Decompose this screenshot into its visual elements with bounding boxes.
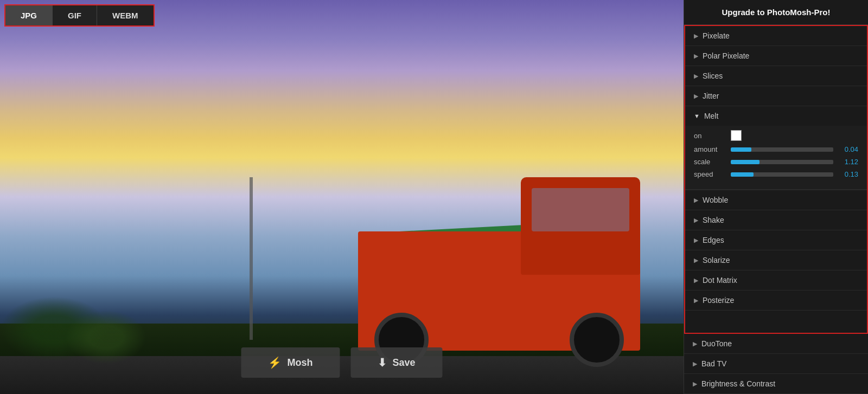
effect-shake-header[interactable]: ▶ Shake [685, 210, 867, 230]
edges-label: Edges [703, 236, 724, 244]
effect-solarize-header[interactable]: ▶ Solarize [685, 250, 867, 270]
effect-edges: ▶ Edges [685, 230, 867, 250]
posterize-arrow-icon: ▶ [694, 297, 698, 304]
effect-polar-pixelate-header[interactable]: ▶ Polar Pixelate [685, 46, 867, 66]
wobble-label: Wobble [703, 196, 728, 204]
polar-pixelate-arrow-icon: ▶ [694, 53, 698, 60]
effect-edges-header[interactable]: ▶ Edges [685, 230, 867, 250]
melt-amount-track[interactable] [731, 147, 833, 152]
effect-polar-pixelate: ▶ Polar Pixelate [685, 46, 867, 66]
melt-scale-fill [731, 160, 760, 164]
mosh-icon: ⚡ [268, 356, 282, 369]
melt-speed-row: speed 0.13 [694, 170, 858, 178]
duotone-label: DuoTone [701, 339, 732, 348]
effect-pixelate-header[interactable]: ▶ Pixelate [685, 26, 867, 46]
effect-slices-header[interactable]: ▶ Slices [685, 66, 867, 86]
effect-jitter: ▶ Jitter [685, 86, 867, 106]
format-jpg-button[interactable]: JPG [5, 5, 53, 25]
effect-melt: ▼ Melt on amount 0.04 [685, 106, 867, 190]
melt-amount-fill [731, 147, 751, 152]
jitter-arrow-icon: ▶ [694, 93, 698, 100]
pixelate-arrow-icon: ▶ [694, 33, 698, 40]
melt-amount-label: amount [694, 145, 726, 153]
jitter-label: Jitter [703, 92, 719, 100]
solarize-label: Solarize [703, 256, 730, 264]
effect-melt-header[interactable]: ▼ Melt [685, 106, 867, 126]
wobble-arrow-icon: ▶ [694, 197, 698, 204]
effect-solarize: ▶ Solarize [685, 250, 867, 270]
save-button[interactable]: ⬇ Save [350, 347, 442, 378]
truck-cab [521, 177, 640, 275]
format-bar: JPG GIF WEBM [4, 4, 155, 27]
action-bar: ⚡ Mosh ⬇ Save [241, 347, 442, 378]
polar-pixelate-label: Polar Pixelate [703, 51, 749, 60]
truck [358, 177, 640, 351]
shake-label: Shake [703, 216, 724, 224]
melt-amount-value: 0.04 [838, 145, 858, 153]
effect-slices: ▶ Slices [685, 66, 867, 86]
slices-label: Slices [703, 72, 723, 80]
melt-label: Melt [704, 112, 718, 120]
effect-brightness-contrast: ▶ Brightness & Contrast [684, 374, 868, 394]
slices-arrow-icon: ▶ [694, 73, 698, 80]
melt-on-toggle[interactable] [731, 130, 742, 141]
shake-arrow-icon: ▶ [694, 217, 698, 224]
effect-jitter-header[interactable]: ▶ Jitter [685, 86, 867, 106]
format-gif-button[interactable]: GIF [53, 5, 97, 25]
mosh-button[interactable]: ⚡ Mosh [241, 347, 340, 378]
effect-dot-matrix: ▶ Dot Matrix [685, 270, 867, 290]
truck-wheel-right [570, 313, 624, 367]
bad-tv-label: Bad TV [701, 359, 726, 368]
effects-list: ▶ Pixelate ▶ Polar Pixelate ▶ Slices ▶ J… [684, 25, 868, 334]
posterize-label: Posterize [703, 296, 734, 305]
dot-matrix-label: Dot Matrix [703, 276, 737, 285]
effect-posterize: ▶ Posterize [685, 290, 867, 311]
melt-speed-value: 0.13 [838, 170, 858, 178]
effect-pixelate: ▶ Pixelate [685, 26, 867, 46]
upgrade-banner: Upgrade to PhotoMosh-Pro! [684, 0, 868, 25]
duotone-arrow-icon: ▶ [693, 340, 697, 347]
save-icon: ⬇ [378, 356, 387, 369]
melt-speed-label: speed [694, 170, 726, 178]
edges-arrow-icon: ▶ [694, 237, 698, 244]
pixelate-label: Pixelate [703, 31, 730, 40]
melt-params: on amount 0.04 scale 1.12 [685, 126, 867, 190]
effect-duotone-header[interactable]: ▶ DuoTone [684, 334, 868, 353]
dot-matrix-arrow-icon: ▶ [694, 277, 698, 284]
melt-on-label: on [694, 132, 726, 140]
melt-scale-label: scale [694, 158, 726, 166]
right-panel: Upgrade to PhotoMosh-Pro! ▶ Pixelate ▶ P… [684, 0, 868, 394]
melt-scale-row: scale 1.12 [694, 158, 858, 166]
effect-wobble-header[interactable]: ▶ Wobble [685, 190, 867, 210]
effect-shake: ▶ Shake [685, 210, 867, 230]
melt-on-row: on [694, 130, 858, 141]
truck-windshield [532, 188, 629, 231]
effect-dot-matrix-header[interactable]: ▶ Dot Matrix [685, 270, 867, 290]
effect-bad-tv: ▶ Bad TV [684, 354, 868, 374]
effect-brightness-contrast-header[interactable]: ▶ Brightness & Contrast [684, 374, 868, 393]
upgrade-text: Upgrade to PhotoMosh-Pro! [722, 8, 831, 17]
melt-scale-value: 1.12 [838, 158, 858, 166]
mosh-label: Mosh [287, 357, 312, 369]
melt-scale-track[interactable] [731, 160, 833, 164]
left-panel: JPG GIF WEBM [0, 0, 684, 394]
melt-speed-fill [731, 172, 754, 177]
effect-duotone: ▶ DuoTone [684, 334, 868, 354]
effect-bad-tv-header[interactable]: ▶ Bad TV [684, 354, 868, 373]
melt-arrow-icon: ▼ [694, 113, 700, 119]
photo-area [0, 0, 684, 394]
solarize-arrow-icon: ▶ [694, 257, 698, 264]
bad-tv-arrow-icon: ▶ [693, 360, 697, 367]
melt-speed-track[interactable] [731, 172, 833, 177]
format-webm-button[interactable]: WEBM [97, 5, 154, 25]
effects-extra: ▶ DuoTone ▶ Bad TV ▶ Brightness & Contra… [684, 334, 868, 394]
melt-amount-row: amount 0.04 [694, 145, 858, 153]
brightness-contrast-arrow-icon: ▶ [693, 380, 697, 387]
effect-posterize-header[interactable]: ▶ Posterize [685, 290, 867, 310]
save-label: Save [392, 357, 415, 369]
effect-wobble: ▶ Wobble [685, 190, 867, 210]
brightness-contrast-label: Brightness & Contrast [701, 379, 775, 388]
